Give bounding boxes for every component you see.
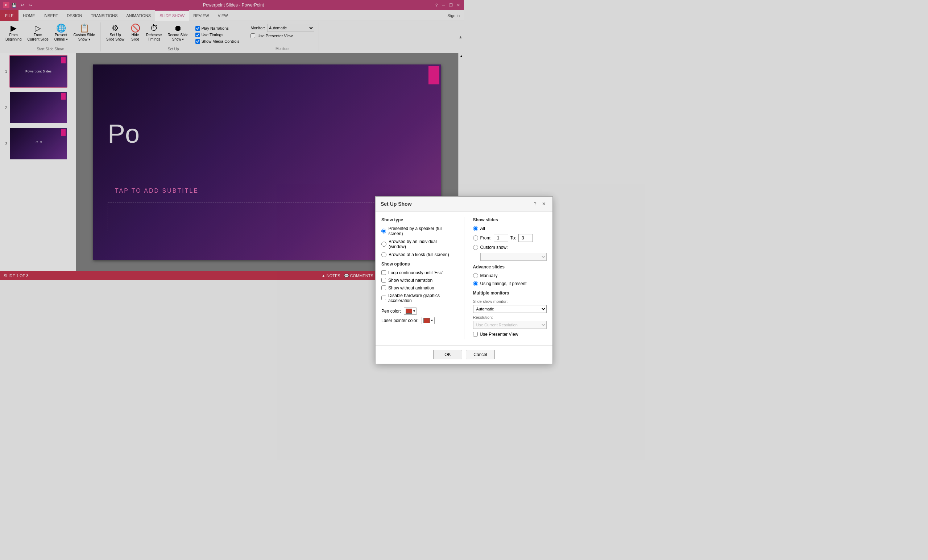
show-type-kiosk-row: Browsed at a kiosk (full screen)	[382, 252, 455, 257]
dialog-body: Show type Presented by a speaker (full s…	[375, 212, 464, 280]
loop-checkbox[interactable]	[382, 270, 386, 275]
show-type-individual-radio[interactable]	[382, 242, 386, 247]
show-type-kiosk-radio[interactable]	[382, 252, 386, 257]
dialog-left-col: Show type Presented by a speaker (full s…	[382, 217, 455, 280]
no-narration-label[interactable]: Show without narration	[388, 278, 432, 280]
show-type-kiosk-label[interactable]: Browsed at a kiosk (full screen)	[389, 252, 449, 257]
show-type-speaker-radio[interactable]	[382, 228, 386, 234]
loop-checkbox-row: Loop continuously until 'Esc'	[382, 270, 455, 275]
dialog-column-divider	[464, 217, 464, 280]
no-narration-checkbox-row: Show without narration	[382, 278, 455, 280]
show-options-title: Show options	[382, 262, 455, 266]
show-type-individual-label[interactable]: Browsed by an individual (window)	[389, 239, 455, 249]
dialog-overlay: Set Up Show ? ✕ Show type Presented by a…	[0, 0, 464, 280]
show-type-speaker-row: Presented by a speaker (full screen)	[382, 226, 455, 236]
show-type-individual-row: Browsed by an individual (window)	[382, 239, 455, 249]
loop-label[interactable]: Loop continuously until 'Esc'	[388, 270, 443, 275]
dialog-columns: Show type Presented by a speaker (full s…	[382, 217, 464, 280]
dialog-title: Set Up Show	[381, 201, 412, 207]
dialog-header: Set Up Show ? ✕	[375, 197, 464, 212]
show-type-speaker-label[interactable]: Presented by a speaker (full screen)	[388, 226, 455, 236]
show-options-section: Show options Loop continuously until 'Es…	[382, 262, 455, 280]
set-up-show-dialog: Set Up Show ? ✕ Show type Presented by a…	[375, 196, 464, 280]
no-narration-checkbox[interactable]	[382, 278, 386, 280]
show-type-section-title: Show type	[382, 217, 455, 222]
